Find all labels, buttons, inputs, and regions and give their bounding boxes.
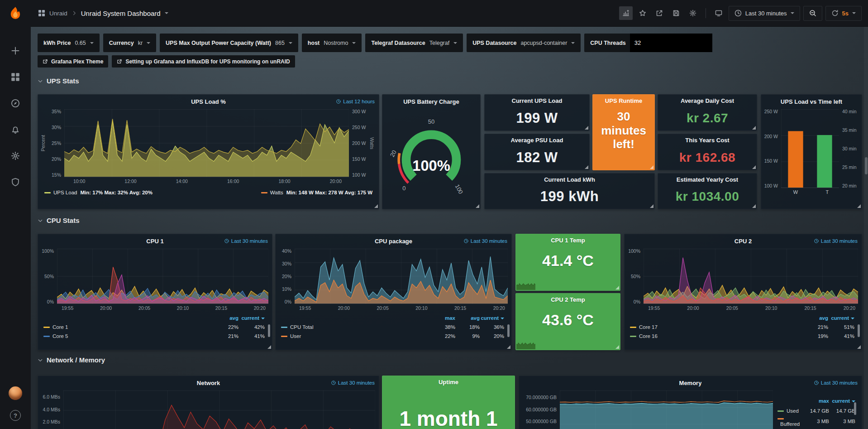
variable-ups-datasource[interactable]: UPS Datasourceapcupsd-container [467,34,581,52]
panel-header[interactable]: CPU 2 Temp [516,294,620,306]
bar-chart[interactable] [781,109,839,188]
time-range-badge[interactable]: Last 12 hours [336,95,375,108]
zoom-out-button[interactable] [803,6,822,21]
row-header-ups-stats[interactable]: UPS Stats [38,77,79,85]
panel-header[interactable]: CPU 2 Last 30 minutes [625,234,862,248]
panel-header[interactable]: Memory Last 30 minutes [519,376,862,390]
variable-telegraf-datasource[interactable]: Telegraf DatasourceTelegraf [365,34,463,52]
panel-header[interactable]: Current Load kWh [485,174,654,186]
legend-header[interactable]: avg [455,315,480,321]
panel-header[interactable]: UPS Load vs Time left [761,95,862,108]
network-chart[interactable] [63,390,375,429]
star-button[interactable] [636,6,649,20]
clock-icon [464,239,468,243]
legend-header[interactable]: avg [802,315,828,321]
save-button[interactable] [669,6,683,20]
legend-scrollbar[interactable] [858,324,860,337]
panel-header[interactable]: Average PSU Load [485,134,589,146]
legend-header[interactable]: current [480,315,504,321]
panel-header[interactable]: UPS Load % Last 12 hours [38,95,379,108]
time-range-badge[interactable]: Last 30 minutes [814,376,858,390]
stat-value: kr 162.68 [658,146,757,169]
configuration-button[interactable] [7,149,24,162]
legend-row[interactable]: Core 521%41% [43,332,265,341]
panel-header[interactable]: Network Last 30 minutes [38,376,379,390]
server-admin-button[interactable] [7,176,24,188]
explore-button[interactable] [7,97,24,110]
panel-title: Average Daily Cost [681,97,734,104]
legend-header[interactable]: max [431,315,455,321]
row-header-cpu-stats[interactable]: CPU Stats [38,217,80,224]
legend-row[interactable]: Core 1721%51% [630,323,854,332]
legend-row[interactable]: Buffered3 MB3 MB [777,416,855,426]
scrollbar-thumb[interactable] [865,157,868,174]
panel-header[interactable]: This Years Cost [658,134,757,146]
clock-icon [814,239,819,243]
panel-header[interactable]: Average Daily Cost [658,95,757,107]
legend-row[interactable]: Used14.7 GB14.7 GB [777,406,855,416]
legend-row[interactable]: CPU Total38%18%36% [281,323,504,332]
link-ups-monitoring-guide[interactable]: Setting up Grafana and InfluxDB for UPS … [112,55,295,67]
cpu-package-chart[interactable] [295,249,508,304]
clock-icon [814,381,819,385]
panel-title: CPU package [375,238,412,245]
refresh-button[interactable]: 5s [825,6,862,21]
time-range-badge[interactable]: Last 30 minutes [464,234,507,248]
title-caret-icon[interactable] [165,12,168,14]
legend-header[interactable]: current [829,398,855,404]
dashboard-settings-button[interactable] [686,6,700,20]
time-picker-button[interactable]: Last 30 minutes [729,6,800,21]
page-scrollbar[interactable] [864,27,868,429]
panel-header[interactable]: Estimated Yearly Cost [658,174,757,186]
user-avatar[interactable] [9,386,22,400]
ups-load-chart[interactable] [64,109,349,177]
variable-currency[interactable]: Currencykr [103,34,156,52]
variable-host[interactable]: hostNostromo [302,34,362,52]
legend-row[interactable]: Core 122%42% [43,323,265,332]
grafana-logo[interactable] [6,5,24,23]
legend-scrollbar[interactable] [854,402,856,415]
row-header-network-memory[interactable]: Network / Memory [38,356,105,364]
breadcrumb-folder[interactable]: Unraid [49,10,67,17]
legend-scrollbar[interactable] [507,324,510,337]
tv-mode-button[interactable] [712,6,725,20]
panel-header[interactable]: Current UPS Load [485,95,589,107]
share-button[interactable] [653,6,666,20]
legend-row[interactable]: User22%9%20% [281,332,504,341]
panel-header[interactable]: CPU 1 Temp [516,234,620,246]
legend-header[interactable]: max [801,398,829,404]
panel-header[interactable]: UPS Runtime [593,95,654,107]
panel-header[interactable]: UPS Battery Charge [382,95,480,108]
time-range-badge[interactable]: Last 30 minutes [224,234,268,248]
legend-header[interactable]: current [828,315,854,321]
legend-row[interactable]: Core 1619%41% [630,332,854,341]
dashboard-title[interactable]: Unraid System Dashboard [81,10,161,17]
cpu1-chart[interactable] [57,249,268,304]
legend-header[interactable]: current [238,315,265,321]
variable-ups-max-output[interactable]: UPS Max Output Power Capacity (Watt)865 [160,34,298,52]
legend-item[interactable]: WattsMin: 148 W Max: 278 W Avg: 175 W [261,190,372,195]
battery-gauge[interactable]: 0 20 50 100 100% [382,108,480,207]
cpu-threads-input[interactable] [630,34,712,52]
legend-scrollbar[interactable] [268,324,270,337]
time-range-badge[interactable]: Last 30 minutes [814,234,858,248]
panel-header[interactable]: Uptime [382,376,515,388]
panel-header[interactable]: CPU 1 Last 30 minutes [38,234,272,248]
help-button[interactable]: ? [10,410,21,421]
dashboards-button[interactable] [7,71,24,83]
panel-average-daily-cost: Average Daily Cost kr 2.67 [658,94,757,131]
variable-kwh-price[interactable]: kWh Price0.65 [38,34,100,52]
panel-header[interactable]: CPU package Last 30 minutes [276,234,511,248]
link-grafana-plex-theme[interactable]: Grafana Plex Theme [38,55,108,67]
series-color-swatch [630,336,636,337]
add-panel-button[interactable] [619,6,633,20]
alerting-button[interactable] [7,123,24,136]
legend-header[interactable]: avg [212,315,238,321]
legend-item[interactable]: UPS LoadMin: 17% Max: 32% Avg: 20% [44,190,153,195]
cpu2-chart[interactable] [644,249,858,304]
time-range-badge[interactable]: Last 30 minutes [331,376,375,390]
series-color-swatch [43,327,50,328]
create-button[interactable] [7,44,24,57]
memory-chart[interactable] [560,390,773,429]
caret-down-icon [453,42,457,44]
